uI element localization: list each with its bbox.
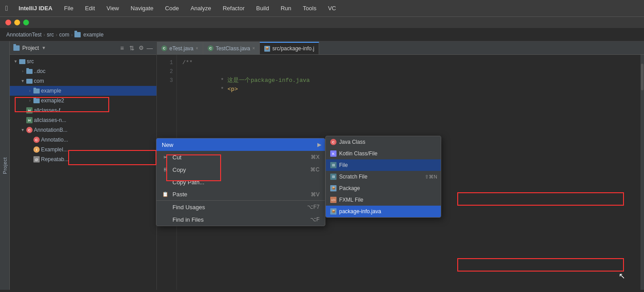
breadcrumb-sep-2: › [56,32,57,37]
expand-all-button[interactable]: ⇅ [128,44,136,52]
tree-label-annotationb: AnnotationB... [34,127,67,133]
ctx-shortcut-copy: ⌘C [310,166,320,173]
ctx-item-new[interactable]: New ▶ [156,138,325,151]
line-num-1: 1 [157,58,173,67]
tree-label-doc: ..doc [34,68,45,74]
tree-item-com[interactable]: ▼ com [10,76,156,86]
close-button[interactable] [5,20,11,25]
menu-build[interactable]: Build [254,4,271,12]
findinfiles-icon [162,216,169,223]
tree-item-repeatab[interactable]: @ Repeatab... [10,154,156,164]
tree-label-annotation: Annotatio... [41,137,68,143]
sub-item-packageinfo[interactable]: 📦 package-info.java [326,206,441,217]
ctx-item-cut[interactable]: ✂ Cut ⌘X [156,151,325,163]
sub-shortcut-scratchfile: ⇧⌘N [425,174,437,180]
menu-vc[interactable]: VC [326,4,338,12]
project-tree: ▼ src › ..doc ▼ com › example [10,55,156,290]
tree-item-example[interactable]: › example [10,86,156,96]
ctx-item-paste[interactable]: 📋 Paste ⌘V [156,188,325,201]
sub-item-fxmlfile[interactable]: </> FXML File [326,194,441,206]
tree-arrow-example: › [28,89,32,93]
sub-item-kotlinclass[interactable]: K Kotlin Class/File [326,148,441,159]
menu-view[interactable]: View [105,4,121,12]
settings-button[interactable]: ⚙ [139,45,144,51]
copy-icon: ⎘ [162,166,169,173]
tree-item-doc[interactable]: › ..doc [10,66,156,76]
tab-icon-etest: C [161,45,167,51]
sub-label-javaclass: Java Class [339,139,365,145]
app-name[interactable]: IntelliJ IDEA [19,5,53,12]
menu-navigate[interactable]: Navigate [129,4,155,12]
tree-folder-icon-example [33,89,40,93]
line-num-3: 3 [157,76,173,85]
tree-arrow-annotationb: ▼ [21,128,25,132]
ctx-label-copypath: Copy Path... [172,179,205,186]
sub-item-package[interactable]: 📦 Package [326,182,441,194]
menu-analyze[interactable]: Analyze [189,4,213,12]
tree-arrow-com: ▼ [21,79,25,83]
scissors-icon: ✂ [162,154,169,161]
apple-menu-icon[interactable]:  [5,4,8,12]
breadcrumb-src[interactable]: src [47,32,54,38]
menu-code[interactable]: Code [163,4,180,12]
sub-item-javaclass[interactable]: C Java Class [326,136,441,148]
tree-label-allclasses-f: allclasses-f... [34,107,65,114]
tree-folder-icon-com [26,79,33,84]
ctx-item-findinfiles[interactable]: Find in Files ⌥F [156,213,325,226]
ctx-shortcut-cut: ⌘X [311,154,320,160]
breadcrumb-project[interactable]: AnnotationTest [6,32,41,38]
ctx-item-copy[interactable]: ⎘ Copy ⌘C [156,163,325,176]
sub-item-scratchfile[interactable]: ▤ Scratch File ⇧⌘N [326,171,441,182]
breadcrumb-example[interactable]: example [83,32,103,38]
minimize-panel-button[interactable]: — [147,45,153,52]
ctx-shortcut-paste: ⌘V [311,191,320,198]
editor-scrollbar[interactable] [640,55,644,290]
ctx-label-cut: Cut [172,154,181,161]
tree-item-annotation[interactable]: C Annotatio... [10,135,156,145]
maximize-button[interactable] [23,20,29,25]
tree-folder-icon-doc [26,69,33,74]
tab-icon-testclass: C [208,45,213,51]
tab-packageinfo[interactable]: 📦 src/package-info.j [260,42,319,54]
tree-item-allclasses-n[interactable]: H allclasses-n... [10,115,156,125]
ctx-item-findusages[interactable]: Find Usages ⌥F7 [156,201,325,213]
editor-tabs: C eTest.java × C TestClass.java × 📦 src/… [157,41,644,55]
tree-item-allclasses-f[interactable]: H allclasses-f... [10,105,156,115]
tree-label-example: example [41,88,61,94]
tree-item-exmaple2[interactable]: › exmaple2 [10,96,156,105]
tab-icon-packageinfo: 📦 [264,46,270,52]
tab-label-packageinfo: src/package-info.j [272,45,314,52]
line-num-2: 2 [157,67,173,76]
menu-refactor[interactable]: Refactor [221,4,246,12]
breadcrumb-sep-3: › [71,32,73,37]
minimize-button[interactable] [14,20,20,25]
menu-file[interactable]: File [62,4,75,12]
code-line-2: * 这是一个package-info.java [182,67,635,76]
scrollbar-thumb[interactable] [641,64,644,90]
tab-close-testclass[interactable]: × [252,46,255,51]
menu-run[interactable]: Run [279,4,293,12]
tree-item-src[interactable]: ▼ src [10,57,156,66]
tree-item-examplei[interactable]: I ExampleI... [10,145,156,154]
sub-item-file[interactable]: ▤ File [326,159,441,171]
tree-arrow-doc: › [21,69,25,73]
breadcrumb-com[interactable]: com [59,32,70,38]
ctx-label-findinfiles: Find in Files [172,216,204,223]
ctx-item-copypath[interactable]: Copy Path... [156,176,325,188]
project-side-tab[interactable]: Project [0,41,10,290]
tab-etest[interactable]: C eTest.java × [157,42,203,54]
tab-close-etest[interactable]: × [196,46,198,51]
findusages-icon [162,203,169,211]
tree-label-repeatab: Repeatab... [41,156,69,162]
collapse-all-button[interactable]: ≡ [119,44,125,52]
menu-edit[interactable]: Edit [83,4,97,12]
tab-testclass[interactable]: C TestClass.java × [203,42,260,54]
tree-file-icon-h2: H [26,117,33,123]
panel-toolbar: Project ▼ ≡ ⇅ ⚙ — [10,41,156,55]
menu-tools[interactable]: Tools [301,4,318,12]
tree-folder-icon-src [19,59,25,64]
tree-item-annotationb[interactable]: ▼ C AnnotationB... [10,125,156,135]
tab-label-testclass: TestClass.java [216,45,250,52]
panel-dropdown-arrow[interactable]: ▼ [41,45,46,50]
tree-file-icon-h1: H [26,107,33,114]
